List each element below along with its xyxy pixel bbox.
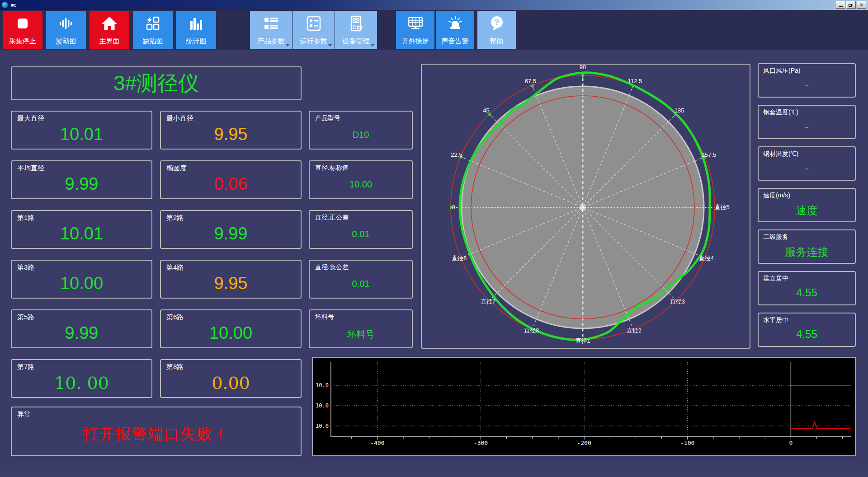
siren-icon [446, 14, 464, 33]
param-card-2: 直径.标称值10.00 [309, 160, 413, 199]
series-lower-trace [791, 422, 851, 429]
dropdown-caret-icon [328, 44, 332, 47]
metric-label: 第4路 [161, 261, 301, 272]
status-value: - [759, 79, 855, 91]
toolbar-button-main-screen[interactable]: 主界面 [90, 11, 129, 49]
diameter-axis-label: 直径5 [714, 204, 729, 210]
metric-card-6: 第2路9.99 [160, 210, 302, 249]
status-card-4: 速度(m/s)速度 [758, 188, 856, 222]
param-label: 产品型号 [310, 112, 412, 122]
diameter-history-chart: 10.010.010.0-400-300-200-1000 [313, 358, 855, 455]
close-icon: × [859, 2, 863, 8]
metric-value: 9.99 [161, 224, 301, 243]
param-card-4: 直径.负公差0.01 [309, 260, 413, 299]
metric-value: 10. 00 [12, 373, 151, 393]
param-value: 坯料号 [310, 328, 412, 341]
metric-card-1: 最大直径10.01 [11, 111, 152, 150]
metric-value: 0.00 [161, 373, 301, 393]
angle-tick-label: 0 [452, 204, 455, 210]
toolbar-button-statistics-chart[interactable]: 统计图 [176, 11, 216, 49]
diameter-axis-label: 直径4 [699, 255, 714, 262]
toolbar-button-defect-chart[interactable]: 缺陷图 [133, 11, 173, 49]
device-icon [347, 14, 365, 33]
toolbar-button-label: 开外接屏 [396, 37, 434, 46]
minimize-icon [839, 6, 843, 7]
param-value: 0.01 [310, 229, 412, 239]
status-card-5: 二级服务服务连接 [758, 229, 856, 264]
toolbar-button-stop-acquisition[interactable]: 采集停止 [3, 11, 42, 49]
param-value: 10.00 [310, 179, 412, 190]
status-label: 水平居中 [759, 313, 855, 324]
param-label: 直径.正公差 [310, 211, 412, 222]
status-value: 4.55 [759, 328, 855, 341]
restore-button[interactable] [846, 1, 856, 9]
toolbar-button-external-screen[interactable]: 开外接屏 [396, 11, 434, 49]
metric-value: 10.00 [12, 274, 151, 293]
diameter-axis-label: 直径6 [452, 255, 467, 262]
polar-chart-panel: 022.54567.590112.5135157.5直径5直径4直径3直径2直径… [421, 64, 750, 349]
alarm-label: 异常 [12, 407, 301, 419]
diameter-axis-label: 直径7 [481, 298, 495, 305]
toolbar-button-device-management[interactable]: 设备管理 [335, 11, 377, 49]
alarm-box: 异常 打开报警端口失败！ [11, 407, 302, 456]
metric-card-4: 椭圆度0.06 [160, 160, 302, 199]
status-card-7: 水平居中4.55 [758, 313, 856, 347]
x-tick-label: -300 [474, 440, 488, 446]
status-label: 钢材温度(℃) [759, 147, 855, 158]
angle-tick-label: 45 [483, 107, 489, 114]
toolbar-button-label: 声音告警 [436, 37, 474, 46]
window-title: ■c [11, 0, 16, 10]
metric-value: 9.95 [161, 274, 301, 293]
form-icon [305, 14, 323, 33]
svg-text:?: ? [494, 18, 499, 27]
status-card-3: 钢材温度(℃)- [758, 146, 856, 181]
param-label: 坯料号 [310, 310, 412, 321]
metric-label: 第7路 [12, 360, 151, 371]
metric-card-10: 第6路10.00 [160, 309, 302, 348]
metric-value: 9.99 [12, 323, 151, 343]
y-tick-label: 10.0 [316, 382, 329, 388]
metric-value: 10.00 [161, 323, 301, 343]
toolbar-button-sound-alarm[interactable]: 声音告警 [436, 11, 474, 49]
metric-label: 平均直径 [12, 161, 151, 173]
toolbar-button-label: 帮助 [477, 37, 516, 46]
app-logo-icon [2, 2, 8, 8]
toolbar: 采集停止波动图主界面缺陷图统计图产品参数运行参数设备管理开外接屏声音告警?帮助 [0, 10, 868, 50]
y-tick-label: 10.0 [316, 402, 329, 409]
metric-value: 9.95 [161, 125, 301, 144]
metric-card-11: 第7路10. 00 [11, 359, 152, 398]
metric-label: 第6路 [161, 310, 301, 322]
metric-value: 9.99 [12, 174, 151, 194]
minimize-button[interactable] [836, 1, 845, 9]
x-tick-label: 0 [789, 440, 793, 446]
toolbar-button-run-params[interactable]: 运行参数 [292, 11, 335, 49]
monitor-icon [406, 14, 425, 33]
window-controls: × [836, 1, 866, 9]
metric-card-2: 最小直径9.95 [160, 111, 302, 150]
status-value: - [759, 162, 855, 174]
toolbar-button-product-params[interactable]: 产品参数 [250, 11, 292, 49]
status-value: 速度 [759, 203, 855, 218]
angle-tick-label: 135 [675, 107, 684, 114]
status-label: 垂直居中 [759, 272, 855, 283]
metric-label: 椭圆度 [161, 161, 301, 173]
metric-card-5: 第1路10.01 [11, 210, 152, 249]
toolbar-button-label: 波动图 [46, 37, 86, 46]
metric-label: 最小直径 [161, 112, 301, 123]
toolbar-button-wave-chart[interactable]: 波动图 [46, 11, 86, 49]
metric-card-9: 第5路9.99 [11, 309, 152, 348]
metric-value: 10.01 [12, 125, 151, 144]
param-value: D10 [310, 130, 412, 140]
angle-tick-label: 157.5 [702, 151, 717, 158]
defect-grid-icon [144, 14, 162, 33]
status-label: 钢套温度(℃) [759, 106, 855, 117]
metric-label: 第2路 [161, 211, 301, 222]
instrument-title-box: 3#测径仪 [11, 66, 302, 100]
toolbar-button-help[interactable]: ?帮助 [477, 11, 516, 49]
instrument-title: 3#测径仪 [113, 70, 199, 98]
cross-section-polar-chart: 022.54567.590112.5135157.5直径5直径4直径3直径2直径… [422, 65, 750, 348]
close-button[interactable]: × [857, 1, 866, 9]
metric-card-3: 平均直径9.99 [11, 160, 152, 199]
diameter-axis-label: 直径2 [627, 327, 642, 334]
diameter-axis-label: 直径3 [670, 298, 685, 305]
